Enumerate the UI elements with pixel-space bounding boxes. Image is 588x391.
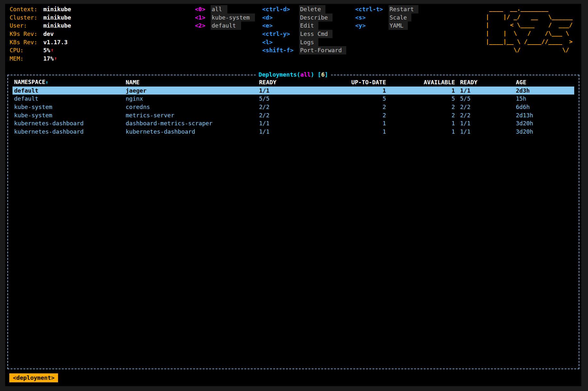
column-header-name: NAME	[126, 78, 259, 87]
table-cell: 1	[386, 87, 455, 95]
column-header-ready: READY	[259, 78, 299, 87]
cluster-info-row: K8s Rev:v1.17.3	[10, 38, 71, 46]
bracket-open: [	[314, 71, 321, 78]
cluster-info-label: User:	[10, 21, 43, 30]
table-cell: 1/1	[259, 128, 299, 136]
keybinding-item: <s>Scale	[355, 13, 418, 22]
table-cell: 6d6h	[516, 103, 574, 111]
cluster-info-value: minikube	[43, 13, 71, 22]
table-row[interactable]: defaultnginx5/5555/515h	[13, 95, 574, 103]
keybinding-key: <ctrl-y>	[262, 30, 299, 38]
cluster-info-value: minikube	[43, 5, 71, 13]
keybindings-column-2: <ctrl-t>Restart<s>Scale<y>YAML	[355, 5, 418, 30]
panel-title-namespace: all	[300, 71, 311, 78]
column-header-label: AVAILABLE	[424, 79, 455, 86]
column-header-available: AVAILABLE	[386, 78, 455, 87]
table-cell: nginx	[126, 95, 259, 103]
table-cell: 3d20h	[516, 128, 574, 136]
keybinding-item: <d>Describe	[262, 13, 346, 22]
table-cell: 5	[299, 95, 386, 103]
table-cell: 2/2	[259, 111, 299, 120]
table-cell: 2	[386, 111, 455, 120]
paren-open: (	[297, 71, 300, 78]
column-header-up-to-date: UP-TO-DATE	[299, 78, 386, 87]
metric-up-arrow-icon: ↑	[54, 54, 57, 63]
table-cell: 1/1	[455, 128, 516, 136]
k9s-terminal: Context:minikubeCluster:minikubeUser:min…	[5, 4, 581, 386]
cluster-info-label: Cluster:	[10, 13, 43, 22]
column-header-label: AGE	[516, 79, 526, 86]
column-header-label: READY	[259, 79, 276, 86]
table-cell: default	[13, 95, 126, 103]
namespace-shortcut-label: all	[211, 5, 227, 13]
cluster-info-value: dev	[43, 30, 54, 38]
keybinding-key: <ctrl-t>	[355, 5, 389, 13]
keybinding-action-label: Logs	[299, 38, 318, 46]
panel-title-resource: Deployments	[259, 71, 297, 78]
table-cell: kube-system	[13, 103, 126, 111]
table-cell: kubernetes-dashboard	[126, 128, 259, 136]
keybinding-item: <ctrl-d>Delete	[262, 5, 346, 13]
keybinding-action-label: Describe	[299, 13, 332, 22]
cluster-info-row: Context:minikube	[10, 5, 71, 13]
table-row[interactable]: kubernetes-dashboarddashboard-metrics-sc…	[13, 119, 574, 128]
namespace-shortcut-key: <0>	[195, 5, 211, 13]
table-cell: dashboard-metrics-scraper	[126, 119, 259, 128]
bracket-close: ]	[325, 71, 328, 78]
table-cell: 1/1	[259, 119, 299, 128]
table-cell: default	[13, 87, 126, 95]
keybinding-key: <e>	[262, 21, 299, 30]
namespace-shortcut: <2>default	[195, 21, 255, 30]
table-cell: 2	[386, 103, 455, 111]
keybinding-item: <ctrl-y>Less Cmd	[262, 30, 346, 38]
table-cell: 5/5	[455, 95, 516, 103]
keybinding-action-label: YAML	[389, 21, 408, 30]
column-header-label: UP-TO-DATE	[351, 79, 386, 86]
keybinding-action-label: Delete	[299, 5, 325, 13]
keybinding-item: <y>YAML	[355, 21, 418, 30]
deployments-table: NAMESPACE↑NAMEREADYUP-TO-DATEAVAILABLERE…	[13, 78, 574, 136]
k9s-logo: ____ __.________ | |/ _/ __ \______ | < …	[486, 4, 573, 54]
cluster-info-row: K9s Rev:dev	[10, 30, 71, 38]
keybinding-key: <y>	[355, 21, 389, 30]
table-cell: 15h	[516, 95, 574, 103]
namespace-shortcut-label: default	[211, 21, 241, 30]
table-row[interactable]: defaultjaeger1/1111/12d3h	[13, 87, 574, 95]
cluster-info-row: MEM:17%↑	[10, 54, 71, 63]
cluster-info-label: MEM:	[10, 54, 43, 63]
table-row[interactable]: kube-systemmetrics-server2/2222/22d13h	[13, 111, 574, 120]
cluster-info-value: 5%	[43, 46, 50, 54]
cluster-info-row: User:minikube	[10, 21, 71, 30]
namespace-shortcut-label: kube-system	[211, 13, 255, 22]
table-row[interactable]: kube-systemcoredns2/2222/26d6h	[13, 103, 574, 111]
table-row[interactable]: kubernetes-dashboardkubernetes-dashboard…	[13, 128, 574, 136]
keybinding-action-label: Less Cmd	[299, 30, 332, 38]
table-cell: coredns	[126, 103, 259, 111]
table-cell: jaeger	[126, 87, 259, 95]
panel-title: Deployments(all) [6]	[256, 71, 331, 79]
table-cell: 1	[299, 87, 386, 95]
column-header-label: NAME	[126, 79, 139, 86]
table-cell: 2	[299, 111, 386, 120]
keybinding-key: <l>	[262, 38, 299, 46]
namespace-shortcut: <0>all	[195, 5, 255, 13]
table-cell: 2/2	[259, 103, 299, 111]
table-cell: 1	[386, 128, 455, 136]
table-cell: 2d13h	[516, 111, 574, 120]
table-cell: 1/1	[455, 87, 516, 95]
table-cell: kube-system	[13, 111, 126, 120]
cluster-info-label: K9s Rev:	[10, 30, 43, 38]
table-cell: 1	[386, 119, 455, 128]
keybinding-key: <s>	[355, 13, 389, 22]
table-cell: 1	[299, 128, 386, 136]
table-cell: kubernetes-dashboard	[13, 119, 126, 128]
paren-close: )	[311, 71, 314, 78]
column-header-label: NAMESPACE	[14, 79, 46, 85]
keybinding-action-label: Port-Forward	[299, 46, 346, 54]
cluster-info-row: CPU:5%↑	[10, 46, 71, 54]
column-header-namespace: NAMESPACE↑	[13, 78, 126, 87]
cluster-info-label: K8s Rev:	[10, 38, 43, 46]
column-header-age: AGE	[516, 78, 574, 87]
namespace-shortcuts-panel: <0>all<1>kube-system<2>default	[195, 5, 255, 30]
cluster-info-label: Context:	[10, 5, 43, 13]
